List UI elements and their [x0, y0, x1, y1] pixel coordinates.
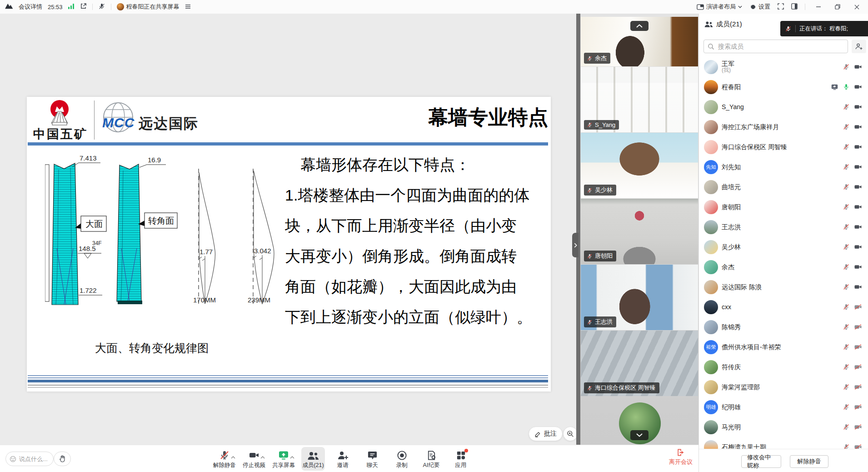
toolbar-buttons: 解除静音 停止视频 共享屏幕 成员(21) 邀请 聊天 录制 AI纪要 应用	[213, 446, 473, 472]
video-thumbnail[interactable]: 海口综合保税区 周智臻	[581, 331, 698, 396]
mic-muted-icon	[843, 423, 850, 431]
video-thumbnail[interactable]: S_Yang	[581, 67, 698, 132]
members-icon	[704, 21, 713, 28]
settings-button[interactable]: 设置	[749, 3, 770, 11]
member-row[interactable]: 王志洪	[699, 217, 868, 237]
members-icon	[307, 451, 319, 461]
chat-icon	[367, 450, 378, 461]
video-thumbnail-strip: 余杰 S_Yang 吴少林 唐朝阳 王志洪 海口综合保税区 周智臻	[580, 14, 698, 445]
toolbar-button-record[interactable]: 录制	[390, 447, 414, 471]
mic-muted-icon	[843, 203, 850, 211]
chevron-up-small-icon	[290, 456, 294, 459]
toolbar-button-label: 邀请	[337, 462, 349, 469]
zoom-in-button[interactable]	[563, 427, 578, 441]
raise-hand-button[interactable]	[54, 452, 71, 466]
fullscreen-icon[interactable]	[778, 3, 784, 11]
member-row[interactable]: 王军(我)	[699, 57, 868, 77]
meeting-toolbar: 解除静音 停止视频 共享屏幕 成员(21) 邀请 聊天 录制 AI纪要 应用 离…	[0, 445, 698, 472]
avatar	[704, 120, 718, 134]
avatar: 裕荣	[704, 340, 718, 354]
member-row[interactable]: 余杰	[699, 257, 868, 277]
toolbar-button-ai-notes[interactable]: AI纪要	[419, 447, 443, 471]
member-row[interactable]: 裕荣儋州供水项目-羊裕荣	[699, 337, 868, 357]
camera-on-icon	[854, 203, 862, 211]
search-icon	[708, 43, 714, 50]
member-search-input[interactable]	[717, 42, 848, 50]
member-row[interactable]: 符传庆	[699, 357, 868, 377]
member-name: 远达国际 陈浪	[722, 283, 762, 291]
side-panel-toggle-icon[interactable]	[791, 3, 798, 11]
scroll-up-button[interactable]	[630, 21, 649, 31]
toolbar-button-label: 聊天	[367, 462, 378, 469]
camera-on-icon	[854, 243, 862, 251]
member-name: 马光明	[722, 423, 741, 431]
member-row[interactable]: 陈锦秀	[699, 317, 868, 337]
toolbar-button-mic-muted[interactable]: 解除静音	[213, 447, 236, 471]
camera-on-icon	[854, 63, 862, 71]
annotate-button[interactable]: 批注	[529, 427, 563, 441]
member-row[interactable]: 曲培元	[699, 177, 868, 197]
member-row[interactable]: 马光明	[699, 417, 868, 437]
member-row[interactable]: 先知刘先知	[699, 157, 868, 177]
member-row[interactable]: 海口综合保税区 周智臻	[699, 137, 868, 157]
member-name: 海口综合保税区 周智臻	[722, 143, 787, 151]
toolbar-button-camera[interactable]: 停止视频	[242, 447, 266, 471]
add-member-button[interactable]	[852, 40, 866, 53]
ai-notes-icon	[426, 450, 437, 461]
toolbar-button-share-screen[interactable]: 共享屏幕	[272, 447, 295, 471]
chevron-up-small-icon	[260, 456, 265, 459]
member-row[interactable]: cxx	[699, 297, 868, 317]
camera-off-icon	[854, 443, 862, 449]
rename-button[interactable]: 修改会中昵称	[741, 455, 781, 468]
network-signal-icon	[68, 4, 75, 10]
unmute-button[interactable]: 解除静音	[790, 455, 828, 468]
member-row[interactable]: 吴少林	[699, 237, 868, 257]
speaking-text: 正在讲话： 程春阳;	[799, 25, 848, 33]
mic-muted-icon	[219, 450, 230, 461]
member-row[interactable]: S_Yang	[699, 97, 868, 117]
mic-muted-icon	[843, 143, 850, 151]
meeting-details-button[interactable]: 会议详情	[19, 3, 42, 11]
mic-muted-icon	[843, 63, 850, 70]
toolbar-button-invite[interactable]: 邀请	[331, 447, 354, 471]
mic-muted-icon	[587, 253, 593, 259]
avatar	[704, 220, 718, 234]
magnifier-plus-icon	[567, 430, 574, 437]
member-subtitle: (我)	[722, 67, 734, 74]
member-row[interactable]: 石梅湾九里十期	[699, 437, 868, 449]
toolbar-button-members[interactable]: 成员(21)	[301, 447, 325, 471]
minimize-button[interactable]	[813, 0, 824, 14]
mic-muted-icon	[843, 323, 850, 331]
open-external-icon[interactable]	[80, 3, 87, 11]
member-row[interactable]: 远达国际 陈浪	[699, 277, 868, 297]
leave-label: 离开会议	[669, 458, 693, 466]
audio-muted-indicator-icon[interactable]	[98, 3, 105, 11]
member-row[interactable]: 海棠河监理部	[699, 377, 868, 397]
scroll-down-button[interactable]	[630, 430, 649, 440]
thumbnail-name-tag: 王志洪	[584, 316, 616, 327]
member-row[interactable]: 海控江东广场康祥月	[699, 117, 868, 137]
member-row[interactable]: 程春阳	[699, 77, 868, 97]
leave-meeting-button[interactable]: 离开会议	[663, 448, 699, 466]
quick-chat-input[interactable]	[18, 455, 48, 463]
sharing-menu-icon[interactable]	[185, 4, 191, 10]
close-button[interactable]	[851, 0, 863, 14]
collapse-thumbnails-handle[interactable]	[572, 233, 579, 257]
member-row[interactable]: 明雄纪明雄	[699, 397, 868, 417]
quick-chat-box[interactable]	[5, 452, 54, 466]
avatar	[704, 60, 718, 74]
video-thumbnail[interactable]: 吴少林	[581, 133, 698, 198]
video-thumbnail[interactable]: 唐朝阳	[581, 199, 698, 264]
member-row[interactable]: 唐朝阳	[699, 197, 868, 217]
toolbar-button-apps[interactable]: 应用	[449, 447, 473, 471]
members-panel: 成员(21) 正在讲话： 程春阳; 王军(我) 程春阳 S_Yang	[698, 14, 868, 472]
layout-switcher[interactable]: 演讲者布局	[697, 3, 742, 11]
restore-button[interactable]	[832, 0, 843, 14]
camera-on-icon	[249, 450, 259, 461]
toolbar-button-label: AI纪要	[423, 462, 440, 469]
toolbar-button-chat[interactable]: 聊天	[360, 447, 384, 471]
member-name: 吴少林	[722, 243, 741, 251]
video-thumbnail[interactable]: 王志洪	[581, 265, 698, 330]
member-search[interactable]	[703, 40, 848, 53]
stage-divider-rail[interactable]	[576, 14, 580, 445]
